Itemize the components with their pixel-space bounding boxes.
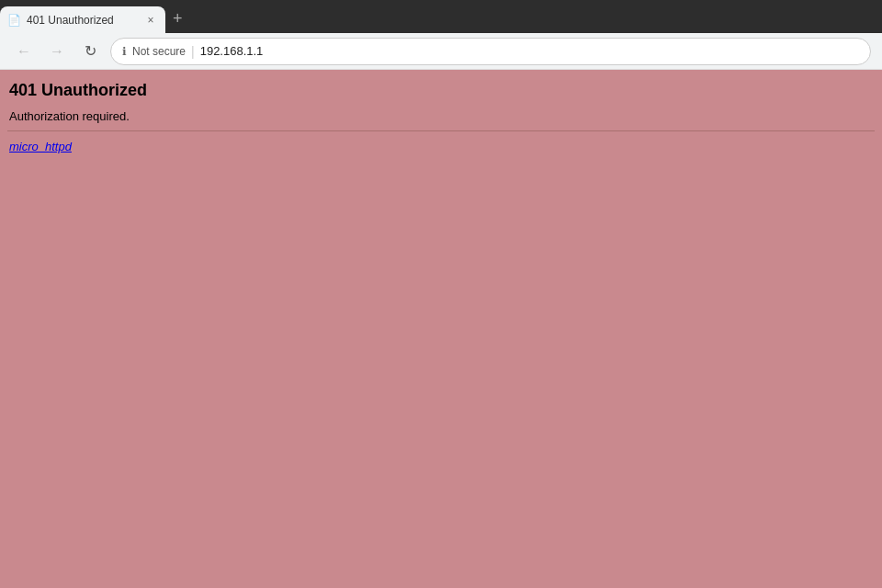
error-heading: 401 Unauthorized xyxy=(9,81,875,100)
url-text: 192.168.1.1 xyxy=(200,44,264,58)
url-divider: | xyxy=(191,44,195,59)
tab-bar: 📄 401 Unauthorized × + xyxy=(0,0,882,33)
address-bar: ← → ↻ ℹ Not secure | 192.168.1.1 xyxy=(0,33,882,70)
not-secure-label: Not secure xyxy=(132,45,186,58)
tab-close-button[interactable]: × xyxy=(143,13,158,28)
reload-button[interactable]: ↻ xyxy=(77,39,103,64)
url-bar[interactable]: ℹ Not secure | 192.168.1.1 xyxy=(110,38,871,65)
active-tab: 📄 401 Unauthorized × xyxy=(0,6,165,34)
tab-page-icon: 📄 xyxy=(7,14,21,27)
back-button[interactable]: ← xyxy=(11,39,37,64)
page-content: 401 Unauthorized Authorization required.… xyxy=(0,70,882,588)
new-tab-button[interactable]: + xyxy=(165,5,190,32)
content-divider xyxy=(7,130,875,131)
error-message: Authorization required. xyxy=(9,109,875,123)
browser-chrome: 📄 401 Unauthorized × + ← → ↻ ℹ Not secur… xyxy=(0,0,882,588)
forward-button[interactable]: → xyxy=(44,39,70,64)
server-link[interactable]: micro_httpd xyxy=(9,140,72,153)
security-icon: ℹ xyxy=(122,45,127,58)
tab-title: 401 Unauthorized xyxy=(27,14,138,27)
